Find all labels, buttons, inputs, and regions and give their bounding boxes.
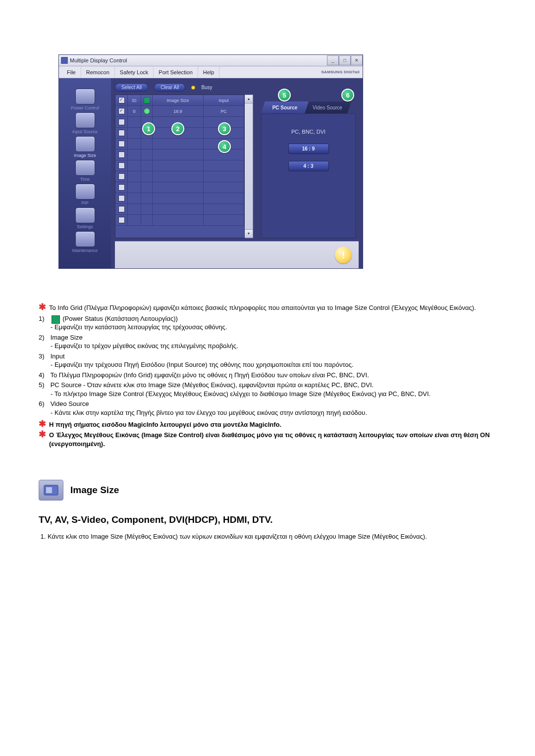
grid-header: ID Image Size Input: [115, 95, 244, 106]
note-1-sub: - Εμφανίζει την κατάσταση λειτουργίας τη…: [39, 323, 496, 332]
clear-all-button[interactable]: Clear All: [154, 83, 185, 92]
row-checkbox[interactable]: [118, 162, 125, 169]
scroll-down-icon[interactable]: ▾: [245, 229, 253, 238]
note-num: 2): [39, 333, 49, 342]
note-5-text: PC Source - Όταν κάνετε κλικ στο Image S…: [51, 381, 374, 389]
table-row[interactable]: [115, 171, 244, 182]
sidebar-item-label: Power Control: [71, 105, 99, 110]
ratio-4-3-button[interactable]: 4 : 3: [288, 161, 329, 171]
row-checkbox[interactable]: [118, 141, 125, 147]
input-source-icon: [75, 112, 95, 128]
settings-icon: [75, 207, 95, 223]
table-row[interactable]: [115, 182, 244, 193]
row-checkbox[interactable]: [118, 119, 125, 125]
cell-id: 0: [128, 106, 141, 116]
sidebar-item-pip[interactable]: PIP: [59, 182, 111, 206]
notes-block: ✱ Το Info Grid (Πλέγμα Πληροφοριών) εμφα…: [39, 303, 496, 448]
app-icon: [61, 57, 68, 64]
sidebar-item-maintenance[interactable]: Maintenance: [59, 230, 111, 253]
col-image-size: Image Size: [153, 95, 204, 105]
sidebar-item-label: Time: [80, 177, 90, 182]
svg-rect-1: [46, 487, 52, 493]
marker-1: 1: [142, 122, 155, 135]
maintenance-icon: [75, 231, 95, 247]
app-window: Multiple Display Control _ □ ✕ File Remo…: [58, 54, 363, 269]
row-checkbox[interactable]: [118, 108, 125, 114]
cell-input: PC: [204, 106, 244, 116]
maximize-button[interactable]: □: [339, 55, 351, 65]
row-checkbox[interactable]: [118, 184, 125, 191]
sidebar-item-settings[interactable]: Settings: [59, 206, 111, 230]
power-on-icon: [144, 108, 150, 114]
row-checkbox[interactable]: [118, 173, 125, 180]
sidebar-item-label: Input Source: [72, 129, 98, 134]
row-checkbox[interactable]: [118, 130, 125, 136]
table-row[interactable]: 0 16:9 PC: [115, 106, 244, 117]
note-3-title: Input: [51, 353, 65, 360]
sidebar: Power Control Input Source Image Size Ti…: [59, 78, 111, 268]
select-all-button[interactable]: Select All: [115, 83, 148, 92]
info-icon: !: [335, 247, 352, 263]
busy-indicator-icon: [191, 86, 195, 90]
section-steps: Κάντε κλικ στο Image Size (Μέγεθος Εικόν…: [39, 532, 496, 541]
row-checkbox[interactable]: [118, 195, 125, 202]
section-subheading: TV, AV, S-Video, Component, DVI(HDCP), H…: [39, 514, 496, 525]
sidebar-item-power-control[interactable]: Power Control: [59, 87, 111, 111]
menu-help[interactable]: Help: [198, 66, 220, 78]
sidebar-item-label: Image Size: [74, 153, 96, 158]
note-5-sub: - Το πλήκτρο Image Size Control (Έλεγχος…: [39, 390, 496, 399]
marker-5: 5: [278, 89, 291, 101]
asterisk-icon: ✱: [39, 431, 46, 448]
table-row[interactable]: [115, 215, 244, 226]
sidebar-item-label: PIP: [81, 201, 89, 205]
col-power-icon: [141, 95, 153, 105]
close-button[interactable]: ✕: [351, 55, 363, 65]
ratio-16-9-button[interactable]: 16 : 9: [288, 144, 329, 154]
sidebar-item-time[interactable]: Time: [59, 158, 111, 182]
section-title: Image Size: [70, 485, 119, 496]
scrollbar[interactable]: ▴ ▾: [245, 95, 253, 238]
note-6-sub: - Κάντε κλικ στην καρτέλα της Πηγής βίντ…: [39, 408, 496, 417]
table-row[interactable]: [115, 204, 244, 215]
scroll-up-icon[interactable]: ▴: [245, 95, 253, 103]
sidebar-item-image-size[interactable]: Image Size: [59, 135, 111, 158]
header-checkbox[interactable]: [118, 97, 125, 103]
note-num: 5): [39, 381, 49, 390]
tab-video-source[interactable]: Video Source: [304, 101, 351, 113]
note-4-text: Το Πλέγμα Πληροφοριών (Info Grid) εμφανί…: [50, 371, 369, 379]
titlebar: Multiple Display Control _ □ ✕: [59, 55, 363, 66]
toolbar: Select All Clear All Busy: [115, 83, 359, 95]
cell-size: 16:9: [153, 106, 204, 116]
col-input: Input: [204, 95, 244, 105]
col-id: ID: [128, 95, 141, 105]
power-icon: [75, 89, 95, 104]
note-num: 3): [39, 352, 49, 361]
note-2-sub: - Εμφανίζει το τρέχον μέγεθος εικόνας τη…: [39, 342, 496, 351]
menu-remocon[interactable]: Remocon: [81, 66, 115, 78]
menu-file[interactable]: File: [62, 66, 81, 78]
right-panel: PC Source Video Source 5 6 PC, BNC, DVI …: [253, 95, 359, 238]
menu-safety-lock[interactable]: Safety Lock: [115, 66, 154, 78]
time-icon: [75, 160, 95, 176]
asterisk-icon: ✱: [39, 303, 46, 312]
minimize-button[interactable]: _: [327, 55, 339, 65]
marker-2: 2: [171, 122, 184, 135]
image-size-section-icon: [39, 480, 63, 501]
row-checkbox[interactable]: [118, 151, 125, 158]
section-header: Image Size: [39, 480, 496, 501]
marker-3: 3: [218, 122, 231, 135]
menubar: File Remocon Safety Lock Port Selection …: [59, 66, 363, 78]
status-strip: !: [115, 241, 359, 268]
row-checkbox[interactable]: [118, 206, 125, 212]
panel-title: PC, BNC, DVI: [271, 129, 345, 135]
note-num: 1): [39, 314, 49, 323]
row-checkbox[interactable]: [118, 217, 125, 223]
sidebar-item-label: Settings: [77, 224, 93, 229]
menu-port-selection[interactable]: Port Selection: [154, 66, 198, 78]
asterisk-icon: ✱: [39, 420, 46, 429]
table-row[interactable]: [115, 193, 244, 204]
tab-pc-source[interactable]: PC Source: [261, 101, 309, 113]
sidebar-item-input-source[interactable]: Input Source: [59, 111, 111, 135]
table-row[interactable]: [115, 160, 244, 171]
note-red-1: Η πηγή σήματος εισόδου MagicInfo λειτουρ…: [49, 420, 281, 429]
